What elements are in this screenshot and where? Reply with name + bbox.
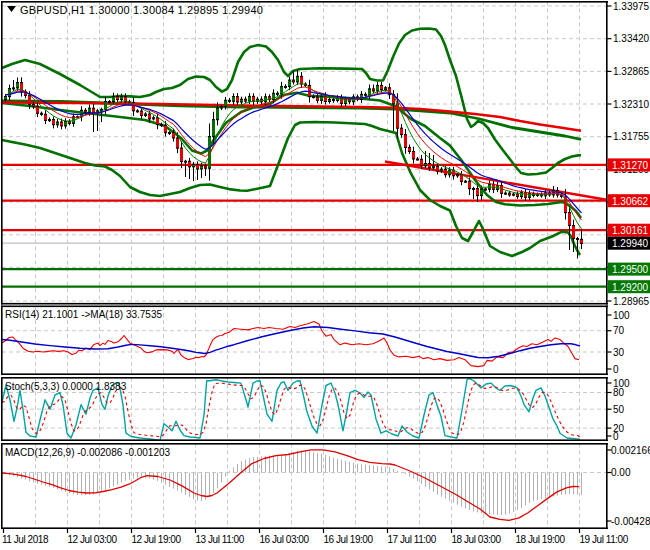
- svg-text:1.31270: 1.31270: [612, 160, 649, 171]
- svg-text:12 Jul 19:00: 12 Jul 19:00: [132, 534, 182, 545]
- svg-text:0.002166: 0.002166: [611, 445, 650, 456]
- svg-text:1.29200: 1.29200: [612, 282, 649, 293]
- svg-text:0.00: 0.00: [611, 467, 631, 478]
- svg-text:18 Jul 19:00: 18 Jul 19:00: [516, 534, 566, 545]
- svg-text:16 Jul 19:00: 16 Jul 19:00: [324, 534, 374, 545]
- svg-text:0: 0: [613, 364, 619, 375]
- svg-text:1.29500: 1.29500: [612, 264, 649, 275]
- svg-text:1.31755: 1.31755: [613, 131, 650, 142]
- svg-text:1.32865: 1.32865: [613, 66, 650, 77]
- svg-text:1.32310: 1.32310: [613, 99, 650, 110]
- svg-text:16 Jul 03:00: 16 Jul 03:00: [260, 534, 310, 545]
- svg-text:50: 50: [613, 404, 625, 415]
- svg-text:80: 80: [613, 387, 625, 398]
- svg-text:1.28965: 1.28965: [613, 296, 650, 307]
- svg-text:13 Jul 11:00: 13 Jul 11:00: [196, 534, 245, 545]
- svg-text:18 Jul 03:00: 18 Jul 03:00: [452, 534, 502, 545]
- svg-text:-0.004287: -0.004287: [611, 516, 650, 527]
- svg-text:12 Jul 03:00: 12 Jul 03:00: [68, 534, 118, 545]
- svg-text:MACD(12,26,9) -0.002086 -0.001: MACD(12,26,9) -0.002086 -0.001203: [5, 447, 171, 458]
- svg-text:1.30161: 1.30161: [612, 225, 649, 236]
- svg-text:17 Jul 11:00: 17 Jul 11:00: [388, 534, 437, 545]
- svg-text:GBPUSD,H1 1.30000 1.30084 1.2: GBPUSD,H1 1.30000 1.30084 1.29895 1.2994…: [20, 4, 263, 16]
- svg-text:1.33420: 1.33420: [613, 33, 650, 44]
- svg-text:RSI(14) 21.1001 ->MA(18) 33.7: RSI(14) 21.1001 ->MA(18) 33.7535: [5, 309, 162, 320]
- svg-text:0: 0: [613, 431, 619, 442]
- svg-text:100: 100: [613, 310, 630, 321]
- svg-text:19 Jul 11:00: 19 Jul 11:00: [580, 534, 629, 545]
- svg-text:1.33975: 1.33975: [613, 1, 650, 12]
- svg-text:70: 70: [613, 325, 625, 336]
- svg-text:30: 30: [613, 347, 625, 358]
- svg-text:1.30662: 1.30662: [612, 196, 649, 207]
- svg-text:1.29940: 1.29940: [612, 238, 649, 249]
- svg-text:Stoch(5,3,3) 0.0000 1.8383: Stoch(5,3,3) 0.0000 1.8383: [5, 381, 127, 392]
- svg-text:11 Jul 2018: 11 Jul 2018: [2, 534, 49, 545]
